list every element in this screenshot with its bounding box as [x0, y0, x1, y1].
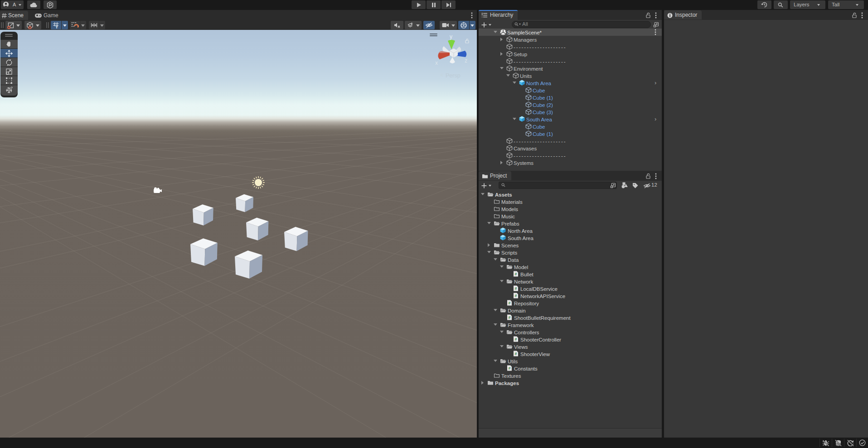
svg-text:#: # [514, 286, 517, 291]
svg-text:#: # [514, 337, 517, 342]
svg-text:#: # [514, 352, 517, 356]
svg-text:#: # [508, 301, 510, 305]
svg-text:#: # [508, 315, 510, 320]
svg-text:#: # [514, 294, 517, 298]
svg-text:#: # [508, 366, 510, 371]
svg-text:Y: Y [55, 25, 58, 29]
svg-text:z: z [465, 58, 467, 64]
svg-text:#: # [514, 272, 517, 276]
svg-text:y: y [450, 34, 452, 40]
svg-text:x: x [435, 60, 438, 66]
